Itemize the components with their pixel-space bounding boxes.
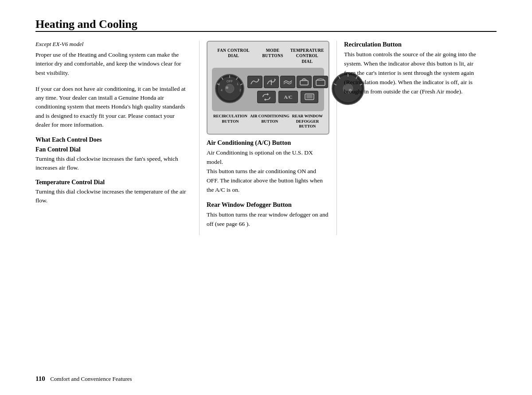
intro-paragraph: Proper use of the Heating and Cooling sy… [35, 50, 190, 77]
svg-text:OFF: OFF [227, 80, 233, 83]
mode-btn-1 [247, 76, 262, 88]
page-footer: 110 Comfort and Convenience Features [35, 375, 132, 383]
svg-text:4: 4 [221, 89, 223, 92]
recirc-section-body: This button controls the source of the a… [344, 50, 483, 97]
temp-control-heading: Temperature Control Dial [35, 179, 190, 186]
temp-control-body: Turning this dial clockwise increases th… [35, 187, 190, 205]
page-header: Heating and Cooling [35, 18, 497, 32]
fan-control-dial-label: FAN CONTROL DIAL [212, 48, 255, 64]
ac-button[interactable]: A/C [278, 91, 298, 103]
mode-btn-5 [313, 76, 328, 88]
what-each-control-heading: What Each Control Does [35, 136, 190, 143]
svg-rect-15 [300, 81, 308, 85]
ac-button-label: AIR CONDITIONINGBUTTON [250, 114, 289, 129]
fan-dial: OFF 1 2 3 4 [215, 74, 245, 105]
fan-control-heading: Fan Control Dial [35, 146, 190, 153]
defogger-section-body: This button turns the rear window defogg… [207, 210, 329, 229]
footer-text: Comfort and Convenience Features [50, 376, 132, 382]
defogger-section-heading: Rear Window Defogger Button [207, 201, 329, 209]
ac-section-body: Air Conditioning is optional on the U.S.… [207, 148, 329, 195]
recirc-section-heading: Recirculation Button [344, 41, 483, 48]
mode-btn-2 [264, 76, 279, 88]
middle-column: FAN CONTROL DIAL MODE BUTTONS TEMPERATUR… [200, 41, 337, 235]
mode-buttons-section: A/C [247, 76, 328, 103]
temp-control-dial-label: TEMPERATURECONTROL DIAL [290, 48, 324, 64]
svg-text:2: 2 [239, 89, 241, 92]
mode-btn-3 [280, 76, 295, 88]
right-column: Recirculation Button This button control… [337, 41, 483, 235]
ac-section-heading: Air Conditioning (A/C) Button [207, 139, 329, 147]
second-paragraph: If your car does not have air conditioni… [35, 85, 190, 129]
svg-point-13 [226, 86, 228, 89]
hvac-panel: OFF 1 2 3 4 [212, 68, 324, 111]
svg-rect-17 [316, 80, 325, 85]
fan-control-body: Turning this dial clockwise increases th… [35, 155, 190, 173]
recirculation-button[interactable] [257, 91, 276, 103]
page-number: 110 [35, 375, 45, 382]
hvac-diagram: FAN CONTROL DIAL MODE BUTTONS TEMPERATUR… [207, 41, 329, 135]
defogger-button[interactable] [301, 91, 318, 103]
recirc-button-label: RECIRCULATIONBUTTON [213, 114, 247, 129]
left-column: Except EX-V6 model Proper use of the Hea… [35, 41, 200, 235]
mode-buttons-label: MODE BUTTONS [255, 48, 290, 64]
italic-note: Except EX-V6 model [35, 41, 190, 48]
svg-text:1: 1 [237, 82, 239, 85]
svg-text:3: 3 [218, 82, 220, 85]
defogger-button-label: REAR WINDOWDEFOGGERBUTTON [292, 114, 323, 129]
mode-btn-4 [297, 76, 312, 88]
page-title: Heating and Cooling [35, 18, 497, 31]
